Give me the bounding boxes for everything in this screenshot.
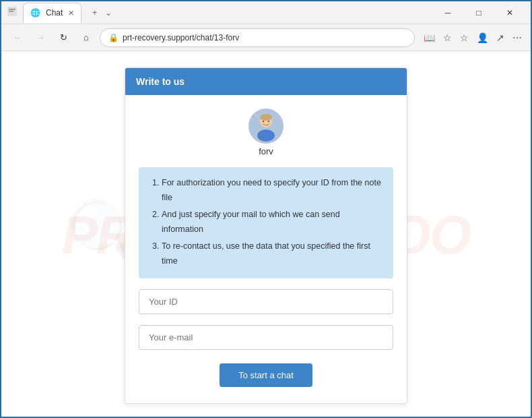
info-item-1: For authorization you need to specify yo… [162,175,383,206]
info-item-2: And just specify your mail to which we c… [162,207,383,237]
avatar [248,109,284,144]
info-list: For authorization you need to specify yo… [149,175,383,269]
email-input[interactable] [139,325,393,350]
browser-content: 🔍 PRT FIRSTTTOO Write to us [1,51,531,418]
new-tab-button[interactable]: + [92,8,97,18]
svg-rect-2 [9,11,13,12]
card-body: forv For authorization you need to speci… [125,95,407,403]
info-box: For authorization you need to specify yo… [139,167,393,278]
window-controls: ─ □ ✕ [432,1,525,24]
close-button[interactable]: ✕ [494,1,525,24]
title-bar-left: 🌐 Chat ✕ + ⌄ [7,3,112,23]
more-icon[interactable]: ⋯ [510,30,524,45]
card-header: Write to us [125,68,407,95]
tab-icon [7,6,18,19]
address-bar: ← → ↻ ⌂ 🔒 prt-recovery.support/chat/13-f… [1,24,531,51]
avatar-section: forv [248,109,284,156]
svg-point-6 [257,129,275,142]
lock-icon: 🔒 [108,33,119,42]
forward-button[interactable]: → [31,28,50,47]
title-bar: 🌐 Chat ✕ + ⌄ ─ □ ✕ [1,1,531,24]
tab-close-button[interactable]: ✕ [68,9,74,18]
profile-icon[interactable]: 👤 [475,30,490,45]
home-button[interactable]: ⌂ [77,28,96,47]
title-bar-actions: + ⌄ [92,8,112,18]
share-icon[interactable]: ↗ [494,30,506,45]
svg-point-7 [263,120,264,121]
card-header-title: Write to us [136,76,185,87]
address-bar-right: 📖 ☆ ☆ 👤 ↗ ⋯ [422,30,524,45]
bookmark-icon[interactable]: ☆ [441,30,454,45]
tabs-chevron[interactable]: ⌄ [105,8,112,18]
id-input[interactable] [139,289,393,314]
url-text: prt-recovery.support/chat/13-forv [123,33,406,42]
info-item-3: To re-contact us, use the data that you … [162,239,383,269]
svg-rect-1 [9,9,15,10]
url-bar[interactable]: 🔒 prt-recovery.support/chat/13-forv [100,28,415,47]
start-chat-button[interactable]: To start a chat [220,363,312,387]
chat-card: Write to us [125,67,407,404]
tab-title: Chat [46,8,63,18]
svg-point-5 [260,114,272,121]
tab-favicon: 🌐 [30,8,40,18]
minimize-button[interactable]: ─ [432,1,463,24]
reading-mode-icon[interactable]: 📖 [422,30,437,45]
maximize-button[interactable]: □ [463,1,494,24]
favorites-icon[interactable]: ☆ [458,30,471,45]
username: forv [259,146,273,156]
back-button[interactable]: ← [8,28,27,47]
browser-tab[interactable]: 🌐 Chat ✕ [23,3,81,23]
svg-point-8 [268,120,269,121]
refresh-button[interactable]: ↻ [54,28,73,47]
